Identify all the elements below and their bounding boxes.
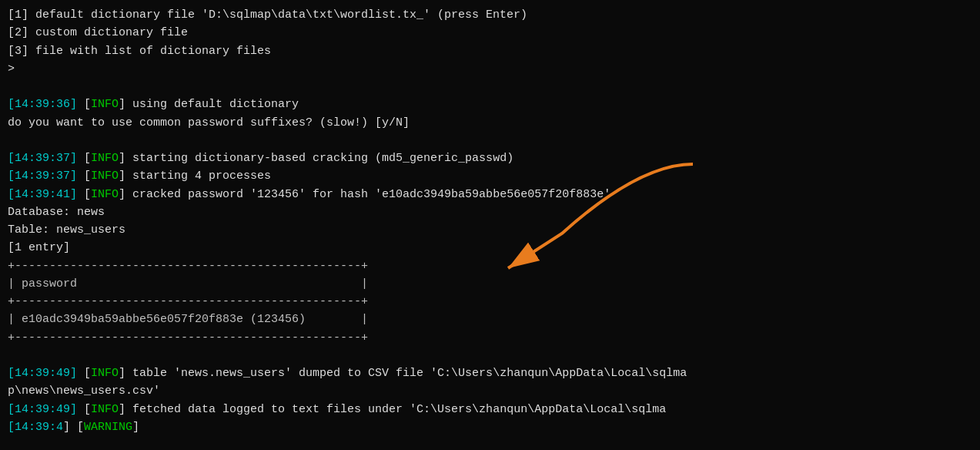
terminal-window: [1] default dictionary file 'D:\sqlmap\d… bbox=[8, 6, 972, 444]
terminal-line: [14:39:37] [INFO] starting dictionary-ba… bbox=[8, 149, 972, 167]
terminal-line: [14:39:36] [INFO] using default dictiona… bbox=[8, 96, 972, 113]
terminal-line: [2] custom dictionary file bbox=[8, 24, 972, 42]
terminal-line: [14:39:49] [INFO] table 'news.news_users… bbox=[8, 364, 972, 382]
terminal-line: [14:39:41] [INFO] cracked password '1234… bbox=[8, 186, 972, 203]
terminal-line: Table: news_users bbox=[8, 221, 972, 239]
terminal-line: Database: news bbox=[8, 203, 972, 221]
terminal-line: [1 entry] bbox=[8, 239, 972, 257]
terminal-line: [14:39:49] [INFO] fetched data logged to… bbox=[8, 401, 972, 418]
terminal-line: [14:39:37] [INFO] starting 4 processes bbox=[8, 167, 972, 185]
terminal-line: do you want to use common password suffi… bbox=[8, 114, 972, 132]
terminal-line: [3] file with list of dictionary files bbox=[8, 42, 972, 60]
terminal-line: [14:39:4] [WARNING] bbox=[8, 418, 972, 436]
terminal-line bbox=[8, 78, 972, 96]
terminal-line: | password | bbox=[8, 275, 972, 293]
terminal-line: +---------------------------------------… bbox=[8, 293, 972, 311]
terminal-line: p\news\news_users.csv' bbox=[8, 382, 972, 400]
terminal-line: +---------------------------------------… bbox=[8, 329, 972, 347]
terminal-line: | e10adc3949ba59abbe56e057f20f883e (1234… bbox=[8, 311, 972, 328]
terminal-output: [1] default dictionary file 'D:\sqlmap\d… bbox=[8, 6, 972, 436]
terminal-line: [1] default dictionary file 'D:\sqlmap\d… bbox=[8, 6, 972, 24]
terminal-line: +---------------------------------------… bbox=[8, 257, 972, 275]
terminal-line bbox=[8, 347, 972, 364]
terminal-line: > bbox=[8, 60, 972, 78]
terminal-line bbox=[8, 132, 972, 149]
